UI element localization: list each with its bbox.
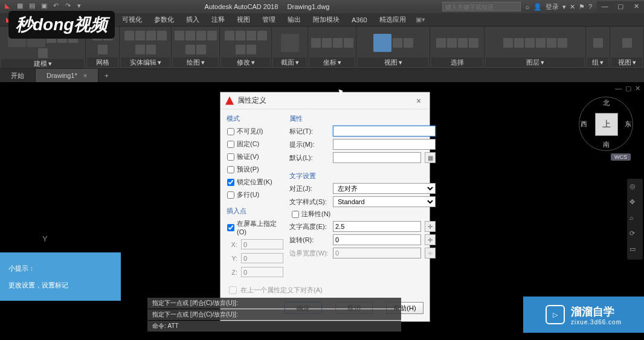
r-icon[interactable] — [558, 38, 567, 48]
exchange-icon[interactable]: ✕ — [570, 3, 575, 11]
r-icon[interactable] — [622, 38, 632, 48]
r-icon[interactable] — [536, 38, 546, 48]
r-icon[interactable] — [135, 45, 145, 54]
prompt-input[interactable] — [333, 139, 436, 150]
r-icon[interactable] — [458, 38, 468, 48]
r-icon[interactable] — [135, 31, 145, 40]
r-icon[interactable] — [196, 31, 206, 40]
menu-expand-icon[interactable]: ▣▾ — [412, 16, 429, 24]
r-icon[interactable] — [146, 45, 156, 54]
rp-label[interactable]: 绘图 — [187, 58, 200, 67]
cloud-icon[interactable]: ⚑ — [579, 3, 585, 11]
r-icon[interactable] — [514, 38, 524, 48]
open-icon[interactable]: ▤ — [29, 2, 39, 11]
help-icon[interactable]: ? — [588, 3, 592, 10]
r-icon[interactable] — [525, 38, 535, 48]
help-search-input[interactable] — [442, 2, 521, 11]
tab-add-button[interactable]: + — [98, 72, 114, 79]
search-icon[interactable]: ⌕ — [526, 3, 530, 10]
save-icon[interactable]: ▣ — [41, 2, 51, 11]
menu-a360[interactable]: A360 — [346, 13, 373, 26]
rp-label[interactable]: 坐标 — [323, 58, 336, 67]
viewcube-face-top[interactable]: 上 — [595, 113, 618, 136]
undo-icon[interactable]: ↶ — [53, 2, 63, 11]
win-close-button[interactable]: ✕ — [628, 1, 644, 12]
r-icon[interactable] — [246, 31, 256, 40]
r-icon[interactable] — [393, 38, 402, 48]
rp-label[interactable]: 实体编辑 — [130, 58, 156, 67]
viewcube-north[interactable]: 北 — [603, 98, 610, 107]
viewcube-east[interactable]: 东 — [625, 120, 631, 129]
default-input[interactable] — [333, 152, 421, 163]
win-min-button[interactable]: — — [597, 1, 613, 12]
r-icon[interactable] — [503, 38, 513, 48]
menu-output[interactable]: 输出 — [282, 13, 307, 26]
title-menu-drop[interactable]: ▾ — [562, 3, 566, 11]
r-icon[interactable] — [333, 38, 343, 48]
rp-label[interactable]: 图层 — [526, 58, 539, 67]
rp-label[interactable]: 网格 — [96, 58, 109, 67]
r-icon[interactable] — [469, 38, 478, 48]
insert-field-button[interactable]: ▦ — [425, 152, 436, 163]
menu-insert[interactable]: 插入 — [180, 13, 205, 26]
chk-onscreen[interactable]: 在屏幕上指定(O) — [227, 219, 283, 236]
menu-addons[interactable]: 附加模块 — [307, 13, 346, 26]
viewcube[interactable]: 北 南 东 西 上 — [579, 97, 633, 151]
r-icon[interactable] — [257, 31, 267, 40]
r-icon[interactable] — [175, 31, 184, 40]
showmo-icon[interactable]: ▭ — [630, 245, 640, 256]
tab-close-icon[interactable]: × — [83, 72, 87, 79]
view-icon[interactable] — [373, 34, 391, 52]
tab-start[interactable]: 开始 — [0, 69, 36, 82]
wcs-badge[interactable]: WCS — [611, 153, 631, 161]
r-icon[interactable] — [236, 31, 245, 40]
r-icon[interactable] — [185, 31, 195, 40]
r-icon[interactable] — [185, 45, 195, 54]
win-max-button[interactable]: ▢ — [613, 1, 628, 12]
tab-drawing1[interactable]: Drawing1* × — [36, 69, 98, 82]
new-icon[interactable]: ▦ — [17, 2, 27, 11]
menu-visual[interactable]: 可视化 — [116, 13, 148, 26]
menu-manage[interactable]: 管理 — [256, 13, 282, 26]
chk-multiline[interactable]: 多行(U) — [227, 190, 283, 199]
wheel-icon[interactable]: ◎ — [630, 182, 640, 193]
vp-close-icon[interactable]: ✕ — [635, 85, 640, 92]
rp-label[interactable]: 视图 — [618, 58, 631, 67]
rp-label[interactable]: 建模 — [34, 59, 47, 68]
r-icon[interactable] — [196, 45, 206, 54]
r-icon[interactable] — [593, 38, 603, 48]
menu-annot[interactable]: 注释 — [205, 13, 231, 26]
login-link[interactable]: 登录 — [546, 2, 559, 11]
r-icon[interactable] — [225, 31, 234, 40]
menu-view[interactable]: 视图 — [231, 13, 256, 26]
r-icon[interactable] — [447, 38, 457, 48]
r-icon[interactable] — [146, 31, 156, 40]
menu-featured[interactable]: 精选应用 — [373, 13, 412, 26]
style-select[interactable]: Standard — [333, 196, 436, 207]
orbit-icon[interactable]: ⟳ — [630, 229, 640, 240]
tag-input[interactable] — [333, 126, 436, 136]
r-icon[interactable] — [311, 38, 321, 48]
r-icon[interactable] — [246, 45, 256, 54]
chk-fixed[interactable]: 固定(C) — [227, 140, 283, 149]
dialog-close-button[interactable]: × — [413, 96, 425, 106]
qat-drop-icon[interactable]: ▾ — [77, 2, 87, 11]
rotation-input[interactable] — [333, 234, 421, 245]
rp-label[interactable]: 视图 — [384, 58, 398, 67]
user-icon[interactable]: 👤 — [533, 3, 542, 11]
rp-label[interactable]: 截面 — [281, 58, 294, 67]
justify-select[interactable]: 左对齐 — [333, 183, 436, 194]
chk-lockpos[interactable]: 锁定位置(K) — [227, 178, 283, 187]
chk-annotative[interactable]: 注释性(N) — [289, 210, 436, 219]
rp-label[interactable]: 组 — [592, 58, 599, 67]
chk-preset[interactable]: 预设(P) — [227, 165, 283, 174]
r-icon[interactable] — [207, 31, 217, 40]
r-icon[interactable] — [157, 31, 167, 40]
viewcube-south[interactable]: 南 — [603, 140, 610, 149]
r-icon[interactable] — [98, 45, 108, 54]
chk-invisible[interactable]: 不可见(I) — [227, 127, 283, 136]
pick-rotation-button[interactable]: ✛ — [425, 234, 436, 245]
pick-height-button[interactable]: ✛ — [425, 221, 436, 232]
vp-min-icon[interactable]: — — [615, 85, 622, 92]
zoom-icon[interactable]: ⌕ — [630, 214, 640, 225]
